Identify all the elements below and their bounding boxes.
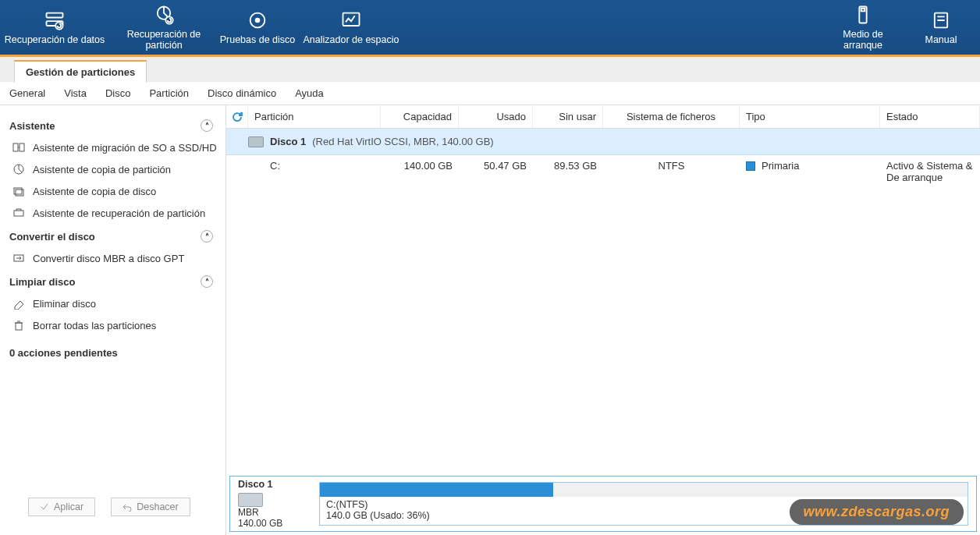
tb-label: Manual: [925, 34, 957, 45]
tb-space-analyzer[interactable]: Analizador de espacio: [296, 0, 406, 55]
th-unused[interactable]: Sin usar: [533, 105, 603, 128]
space-analyzer-icon: [340, 9, 362, 31]
trash-icon: [12, 319, 25, 331]
svg-rect-0: [47, 13, 63, 18]
chevron-up-icon: ˄: [201, 230, 213, 243]
chevron-up-icon: ˄: [201, 275, 213, 288]
table-header: Partición Capacidad Usado Sin usar Siste…: [226, 105, 980, 129]
migrate-icon: [12, 141, 25, 154]
wizard-copy-partition[interactable]: Asistente de copia de partición: [9, 158, 221, 180]
svg-point-6: [256, 19, 260, 23]
btn-label: Deshacer: [137, 501, 179, 512]
cell-capacity: 140.00 GB: [381, 160, 459, 172]
cell-used: 50.47 GB: [459, 160, 533, 172]
wizard-os-migration[interactable]: Asistente de migración de SO a SSD/HD: [9, 136, 221, 158]
tb-manual[interactable]: Manual: [902, 0, 980, 55]
boot-media-icon: [852, 4, 874, 26]
section-title: Asistente: [9, 120, 55, 132]
disk-name: Disco 1: [238, 479, 272, 490]
wizard-recover-partition[interactable]: Asistente de recuperación de partición: [9, 202, 221, 224]
svg-rect-7: [343, 13, 360, 26]
item-label: Eliminar disco: [33, 298, 96, 310]
sidebar: Asistente ˄ Asistente de migración de SO…: [0, 105, 226, 535]
disk-icon: [238, 493, 263, 507]
check-icon: [40, 502, 49, 512]
disk-size: 140.00 GB: [238, 518, 282, 529]
item-label: Asistente de copia de partición: [33, 164, 171, 175]
tb-boot-media[interactable]: Medio de arranque: [824, 0, 902, 55]
menu-general[interactable]: General: [9, 87, 45, 99]
tb-label: Analizador de espacio: [304, 34, 399, 45]
disk-name: Disco 1: [270, 136, 306, 147]
item-label: Asistente de migración de SO a SSD/HD: [33, 142, 217, 154]
cell-type: Primaria: [740, 160, 880, 172]
menu-disk[interactable]: Disco: [105, 87, 131, 99]
disk-scheme: MBR: [238, 507, 259, 518]
manual-icon: [930, 9, 952, 31]
disk-meta: (Red Hat VirtIO SCSI, MBR, 140.00 GB): [312, 136, 493, 147]
section-title: Limpiar disco: [9, 276, 76, 288]
section-convert[interactable]: Convertir el disco ˄: [9, 230, 221, 243]
cell-unused: 89.53 GB: [533, 160, 603, 172]
copy-partition-icon: [12, 163, 25, 175]
tb-label: Recuperación de partición: [109, 29, 218, 51]
usage-fill: [320, 483, 553, 497]
delete-disk[interactable]: Eliminar disco: [9, 292, 221, 314]
partition-row eng table-row[interactable]: C: 140.00 GB 50.47 GB 89.53 GB NTFS Prim…: [226, 155, 980, 188]
watermark: www.zdescargas.org: [790, 499, 964, 525]
menu-dynamic-disk[interactable]: Disco dinámico: [208, 87, 276, 99]
data-recovery-icon: [44, 9, 66, 31]
wizard-copy-disk[interactable]: Asistente de copia de disco: [9, 180, 221, 202]
th-filesystem[interactable]: Sistema de ficheros: [603, 105, 740, 128]
chevron-up-icon: ˄: [201, 119, 213, 132]
apply-button[interactable]: Aplicar: [28, 498, 95, 516]
menu-bar: General Vista Disco Partición Disco diná…: [0, 82, 980, 105]
tb-partition-recovery[interactable]: Recuperación de partición: [109, 0, 218, 55]
btn-label: Aplicar: [54, 501, 83, 512]
cell-filesystem: NTFS: [603, 160, 740, 172]
disk-tests-icon: [247, 9, 268, 31]
svg-rect-18: [16, 323, 22, 330]
refresh-icon: [231, 111, 243, 123]
menu-help[interactable]: Ayuda: [295, 87, 324, 99]
disk-group-row[interactable]: Disco 1 (Red Hat VirtIO SCSI, MBR, 140.0…: [226, 129, 980, 155]
pending-actions: 0 acciones pendientes: [9, 347, 221, 359]
item-label: Borrar todas las particiones: [33, 320, 156, 331]
th-used[interactable]: Usado: [459, 105, 533, 128]
cell-partition: C:: [248, 160, 381, 172]
tb-disk-tests[interactable]: Pruebas de disco: [218, 0, 296, 55]
item-label: Asistente de copia de disco: [33, 186, 156, 197]
eraser-icon: [12, 297, 25, 310]
disk-summary[interactable]: Disco 1 MBR 140.00 GB: [238, 479, 308, 529]
tab-row: Gestión de particiones: [0, 57, 980, 82]
convert-icon: [12, 252, 25, 264]
tab-partition-management[interactable]: Gestión de particiones: [14, 60, 147, 83]
tb-data-recovery[interactable]: Recuperación de datos: [0, 0, 109, 55]
section-title: Convertir el disco: [9, 231, 95, 243]
svg-rect-12: [20, 143, 24, 151]
menu-partition[interactable]: Partición: [149, 87, 189, 99]
tb-label: Recuperación de datos: [5, 34, 105, 45]
type-text: Primaria: [762, 160, 799, 172]
th-partition[interactable]: Partición: [248, 105, 381, 128]
section-clean[interactable]: Limpiar disco ˄: [9, 275, 221, 288]
copy-disk-icon: [12, 185, 25, 197]
disk-icon: [248, 136, 264, 147]
convert-mbr-gpt[interactable]: Convertir disco MBR a disco GPT: [9, 247, 221, 269]
undo-icon: [123, 502, 132, 512]
svg-rect-11: [13, 143, 18, 151]
primary-color-icon: [746, 161, 755, 171]
top-toolbar: Recuperación de datos Recuperación de pa…: [0, 0, 980, 55]
th-type[interactable]: Tipo: [740, 105, 880, 128]
undo-button[interactable]: Deshacer: [111, 498, 190, 516]
content-area: Partición Capacidad Usado Sin usar Siste…: [226, 105, 980, 535]
section-wizard[interactable]: Asistente ˄: [9, 119, 221, 132]
th-state[interactable]: Estado: [880, 105, 980, 128]
menu-view[interactable]: Vista: [64, 87, 87, 99]
refresh-button[interactable]: [226, 105, 248, 128]
item-label: Asistente de recuperación de partición: [33, 207, 205, 219]
th-capacity[interactable]: Capacidad: [381, 105, 459, 128]
delete-all-partitions[interactable]: Borrar todas las particiones: [9, 314, 221, 336]
cell-state: Activo & Sistema & De arranque: [880, 160, 980, 183]
svg-rect-16: [14, 211, 23, 216]
